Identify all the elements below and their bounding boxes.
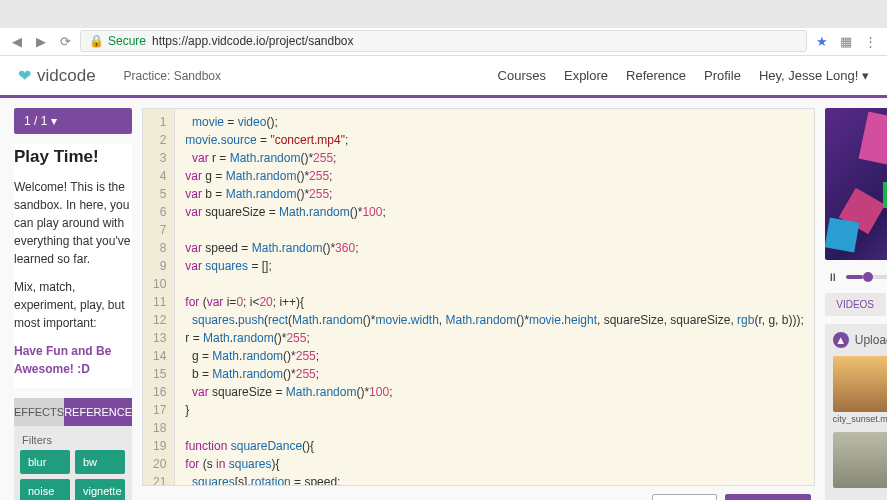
asset-item[interactable]: city_sunset.mp4	[833, 356, 887, 426]
asset-thumb	[833, 432, 887, 488]
upload-label: Upload File	[855, 333, 887, 347]
asset-name: city_sunset.mp4	[833, 412, 887, 426]
line-gutter: 1234567891011121314151617181920212223242…	[143, 109, 175, 485]
app-body: 1 / 1 ▾ Play Time! Welcome! This is the …	[0, 98, 887, 500]
reload-icon[interactable]: ⟳	[56, 32, 74, 50]
upload-file[interactable]: ▲ Upload File	[833, 332, 887, 348]
nav-greeting[interactable]: Hey, Jesse Long! ▾	[759, 68, 869, 83]
asset-tabs: VIDEOS PHOTOS GRAPHICS AUDIO	[825, 293, 887, 316]
right-column: ⏸ 0:08 ↻ ⤢ VIDEOS PHOTOS GRAPHICS AUDIO …	[825, 108, 887, 500]
chevron-down-icon: ▾	[51, 114, 57, 128]
instructions-fun: Have Fun and Be Awesome! :D	[14, 342, 132, 378]
code-body[interactable]: movie = video();movie.source = "concert.…	[175, 109, 813, 485]
nav-courses[interactable]: Courses	[498, 68, 546, 83]
asset-grid: city_sunset.mp4dog_and_tennis_ball.mp4co…	[833, 356, 887, 492]
code-editor[interactable]: 1234567891011121314151617181920212223242…	[142, 108, 815, 486]
filters-grid: blurbwnoisevignetteexposuretintinvertgra…	[14, 450, 132, 501]
address-bar[interactable]: 🔒 Secure https://app.vidcode.io/project/…	[80, 30, 807, 52]
secure-label: Secure	[108, 34, 146, 48]
back-icon[interactable]: ◀	[8, 32, 26, 50]
tab-videos[interactable]: VIDEOS	[825, 293, 886, 316]
nav-explore[interactable]: Explore	[564, 68, 608, 83]
left-column: 1 / 1 ▾ Play Time! Welcome! This is the …	[14, 108, 132, 500]
filters-label: Filters	[14, 426, 132, 450]
palette-tabs: EFFECTS REFERENCE	[14, 398, 132, 426]
forward-icon[interactable]: ▶	[32, 32, 50, 50]
publish-button[interactable]: PUBLISH	[725, 494, 810, 500]
greeting-text: Hey, Jesse Long!	[759, 68, 858, 83]
pause-icon[interactable]: ⏸	[827, 271, 838, 283]
instructions-p1: Welcome! This is the sandbox. In here, y…	[14, 178, 132, 268]
star-icon[interactable]: ★	[813, 32, 831, 50]
browser-tab-strip	[0, 0, 887, 28]
browser-chrome: ◀ ▶ ⟳ 🔒 Secure https://app.vidcode.io/pr…	[0, 0, 887, 56]
step-indicator[interactable]: 1 / 1 ▾	[14, 108, 132, 134]
filter-blur[interactable]: blur	[20, 450, 70, 474]
nav-reference[interactable]: Reference	[626, 68, 686, 83]
brand[interactable]: ❤ vidcode	[18, 66, 96, 86]
browser-nav: ◀ ▶ ⟳ 🔒 Secure https://app.vidcode.io/pr…	[0, 28, 887, 56]
tab-effects[interactable]: EFFECTS	[14, 398, 64, 426]
preview-square	[883, 182, 887, 208]
filter-noise[interactable]: noise	[20, 479, 70, 501]
secure-badge: 🔒 Secure	[89, 34, 146, 48]
menu-icon[interactable]: ⋮	[861, 32, 879, 50]
timeline-knob[interactable]	[863, 272, 873, 282]
save-button[interactable]: SAVE	[652, 494, 717, 500]
app-topnav: ❤ vidcode Practice: Sandbox Courses Expl…	[0, 56, 887, 98]
step-text: 1 / 1	[24, 114, 47, 128]
center-column: 1234567891011121314151617181920212223242…	[142, 108, 815, 500]
tab-reference[interactable]: REFERENCE	[64, 398, 132, 426]
upload-icon: ▲	[833, 332, 849, 348]
instructions: Play Time! Welcome! This is the sandbox.…	[14, 144, 132, 388]
nav-profile[interactable]: Profile	[704, 68, 741, 83]
brand-name: vidcode	[37, 66, 96, 86]
editor-actions: SAVE PUBLISH	[652, 494, 810, 500]
asset-name	[833, 488, 887, 492]
editor-footer: ❓ Code not working? SAVE PUBLISH	[142, 492, 815, 500]
timeline[interactable]	[846, 275, 887, 279]
preview-square	[858, 112, 887, 169]
heart-icon: ❤	[18, 66, 31, 85]
asset-thumb	[833, 356, 887, 412]
url-text: https://app.vidcode.io/project/sandbox	[152, 34, 353, 48]
preview-square	[825, 218, 859, 253]
practice-label: Practice: Sandbox	[124, 69, 221, 83]
filter-vignette[interactable]: vignette	[75, 479, 125, 501]
filter-bw[interactable]: bw	[75, 450, 125, 474]
video-preview[interactable]	[825, 108, 887, 260]
lock-icon: 🔒	[89, 34, 104, 48]
page-title: Play Time!	[14, 144, 132, 170]
instructions-p2: Mix, match, experiment, play, but most i…	[14, 278, 132, 332]
player-controls: ⏸ 0:08 ↻ ⤢	[825, 268, 887, 285]
asset-item[interactable]	[833, 432, 887, 492]
extension-icon[interactable]: ▦	[837, 32, 855, 50]
palette: EFFECTS REFERENCE Filters blurbwnoisevig…	[14, 398, 132, 501]
chevron-down-icon: ▾	[862, 68, 869, 83]
asset-panel: ▲ Upload File city_sunset.mp4dog_and_ten…	[825, 324, 887, 500]
timeline-fill	[846, 275, 863, 279]
